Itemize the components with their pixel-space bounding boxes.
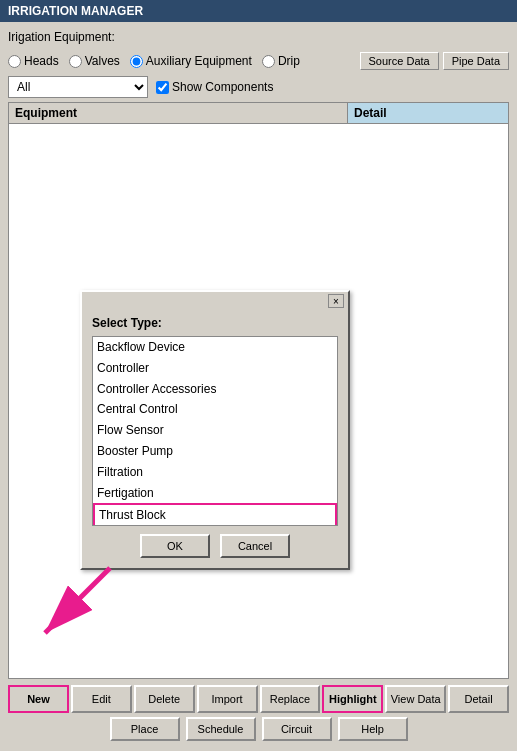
radio-drip[interactable]: Drip: [262, 54, 300, 68]
radio-auxiliary-label: Auxiliary Equipment: [146, 54, 252, 68]
list-item[interactable]: Controller Accessories: [93, 379, 337, 400]
radio-drip-input[interactable]: [262, 55, 275, 68]
all-dropdown[interactable]: All: [8, 76, 148, 98]
second-toolbar: Place Schedule Circuit Help: [8, 717, 509, 741]
source-data-button[interactable]: Source Data: [360, 52, 439, 70]
list-item[interactable]: Filtration: [93, 462, 337, 483]
list-item[interactable]: Booster Pump: [93, 441, 337, 462]
list-item[interactable]: Fertigation: [93, 483, 337, 504]
edit-button[interactable]: Edit: [71, 685, 132, 713]
ok-button[interactable]: OK: [140, 534, 210, 558]
list-item[interactable]: Backflow Device: [93, 337, 337, 358]
list-item-thrust-block[interactable]: Thrust Block: [93, 503, 337, 526]
dialog-titlebar: ×: [82, 292, 348, 310]
place-button[interactable]: Place: [110, 717, 180, 741]
radio-drip-label: Drip: [278, 54, 300, 68]
radio-heads[interactable]: Heads: [8, 54, 59, 68]
radio-valves-label: Valves: [85, 54, 120, 68]
radio-heads-label: Heads: [24, 54, 59, 68]
show-components-label: Show Components: [172, 80, 273, 94]
schedule-button[interactable]: Schedule: [186, 717, 256, 741]
title-bar: IRRIGATION MANAGER: [0, 0, 517, 22]
list-item[interactable]: Controller: [93, 358, 337, 379]
toolbar-row: All Show Components: [8, 76, 509, 98]
show-components-checkbox[interactable]: Show Components: [156, 80, 273, 94]
show-components-input[interactable]: [156, 81, 169, 94]
bottom-toolbar: New Edit Delete Import Replace Highlight…: [8, 685, 509, 713]
delete-button[interactable]: Delete: [134, 685, 195, 713]
col-equipment: Equipment: [9, 103, 348, 123]
new-button[interactable]: New: [8, 685, 69, 713]
radio-valves[interactable]: Valves: [69, 54, 120, 68]
equipment-section-row: Irigation Equipment:: [8, 30, 509, 48]
data-buttons: Source Data Pipe Data: [360, 52, 509, 70]
table-header: Equipment Detail: [9, 103, 508, 124]
app-title: IRRIGATION MANAGER: [8, 4, 143, 18]
radio-auxiliary[interactable]: Auxiliary Equipment: [130, 54, 252, 68]
section-label: Irigation Equipment:: [8, 30, 115, 44]
list-item[interactable]: Flow Sensor: [93, 420, 337, 441]
cancel-button[interactable]: Cancel: [220, 534, 290, 558]
radio-group: Heads Valves Auxiliary Equipment Drip So…: [8, 52, 509, 70]
radio-heads-input[interactable]: [8, 55, 21, 68]
dialog-close-button[interactable]: ×: [328, 294, 344, 308]
dialog-title: Select Type:: [92, 316, 338, 330]
view-data-button[interactable]: View Data: [385, 685, 446, 713]
detail-button[interactable]: Detail: [448, 685, 509, 713]
help-button[interactable]: Help: [338, 717, 408, 741]
dialog-buttons: OK Cancel: [92, 534, 338, 558]
radio-valves-input[interactable]: [69, 55, 82, 68]
import-button[interactable]: Import: [197, 685, 258, 713]
replace-button[interactable]: Replace: [260, 685, 321, 713]
dialog-content: Select Type: Backflow Device Controller …: [82, 310, 348, 568]
highlight-button[interactable]: Highlight: [322, 685, 383, 713]
dialog-list[interactable]: Backflow Device Controller Controller Ac…: [92, 336, 338, 526]
col-detail: Detail: [348, 103, 508, 123]
select-type-dialog: × Select Type: Backflow Device Controlle…: [80, 290, 350, 570]
circuit-button[interactable]: Circuit: [262, 717, 332, 741]
pipe-data-button[interactable]: Pipe Data: [443, 52, 509, 70]
radio-auxiliary-input[interactable]: [130, 55, 143, 68]
list-item[interactable]: Central Control: [93, 399, 337, 420]
